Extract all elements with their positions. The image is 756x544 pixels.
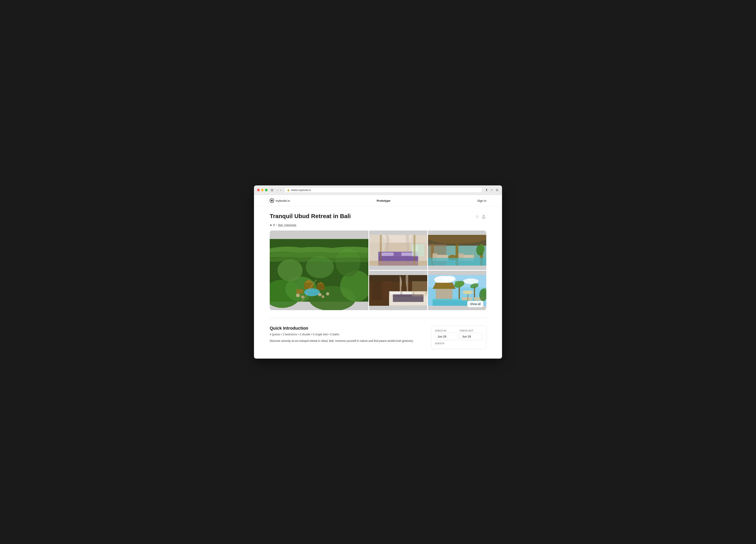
svg-rect-46 xyxy=(369,275,427,281)
svg-point-75 xyxy=(462,291,473,294)
svg-point-44 xyxy=(479,244,485,253)
traffic-light-maximize[interactable] xyxy=(265,189,268,191)
svg-point-63 xyxy=(463,279,479,284)
guests-label: GUESTS xyxy=(435,342,483,345)
svg-rect-24 xyxy=(381,252,394,256)
url-text: hotels.mybookr.io xyxy=(291,188,311,191)
browser-actions: ⬆ + ⧉ xyxy=(485,188,499,192)
forward-button[interactable]: › xyxy=(279,188,282,192)
site-nav: mybookr.io Prototype Sign in xyxy=(254,195,502,206)
intro-title: Quick Introduction xyxy=(270,326,415,331)
dot-separator: • xyxy=(276,223,277,226)
browser-icon-group: ⊞ xyxy=(270,188,274,192)
star-icon: ★ xyxy=(270,223,272,226)
favorite-button[interactable]: ♡ xyxy=(475,214,480,220)
guests-field[interactable]: GUESTS xyxy=(435,342,483,345)
svg-point-17 xyxy=(318,293,321,296)
sign-in-button[interactable]: Sign in xyxy=(477,199,486,202)
nav-center-label: Prototype xyxy=(290,199,477,202)
hotel-title: Tranquil Ubud Retreat in Bali xyxy=(270,213,351,219)
checkin-value[interactable]: Jun 28 xyxy=(435,333,458,340)
svg-rect-9 xyxy=(304,283,314,289)
traffic-lights xyxy=(257,189,268,191)
photo-canopy-bedroom[interactable] xyxy=(369,230,427,270)
photo-pool-villa[interactable]: Show all xyxy=(428,271,486,310)
svg-rect-42 xyxy=(428,258,486,265)
svg-rect-13 xyxy=(296,289,303,294)
svg-rect-58 xyxy=(412,281,427,297)
heart-share-icons: ♡ xyxy=(475,214,486,220)
date-row: CHECK-IN Jun 28 CHECK-OUT Jun 29 xyxy=(435,330,483,340)
location-link[interactable]: Bali, Indonesia xyxy=(278,223,296,226)
logo-text: mybookr.io xyxy=(276,199,290,202)
booking-widget-inner: CHECK-IN Jun 28 CHECK-OUT Jun 29 GUESTS xyxy=(431,326,486,349)
checkout-field[interactable]: CHECK-OUT Jun 29 xyxy=(460,330,483,340)
checkin-field[interactable]: CHECK-IN Jun 28 xyxy=(435,330,458,340)
browser-window: ⊞ ‹ › 🔒 hotels.mybookr.io ⬆ + ⧉ mybookr.… xyxy=(254,185,502,359)
tab-layout-icon[interactable]: ⊞ xyxy=(270,188,274,192)
share-button[interactable] xyxy=(481,214,486,220)
quick-intro-section: Quick Introduction 4 guests • 2 bedrooms… xyxy=(270,324,486,349)
logo[interactable]: mybookr.io xyxy=(270,198,290,203)
lock-icon: 🔒 xyxy=(287,189,290,191)
traffic-light-minimize[interactable] xyxy=(261,189,264,191)
checkout-value[interactable]: Jun 29 xyxy=(460,333,483,340)
checkin-label: CHECK-IN xyxy=(435,330,458,332)
logo-icon xyxy=(270,198,274,203)
intro-left: Quick Introduction 4 guests • 2 bedrooms… xyxy=(270,326,415,349)
svg-point-6 xyxy=(278,259,303,281)
share-button[interactable]: ⬆ xyxy=(485,188,489,192)
svg-rect-25 xyxy=(401,252,413,256)
photo-dark-bedroom[interactable] xyxy=(369,271,427,310)
svg-point-15 xyxy=(296,294,300,297)
browser-chrome: ⊞ ‹ › 🔒 hotels.mybookr.io ⬆ + ⧉ xyxy=(254,185,502,195)
tabs-button[interactable]: ⧉ xyxy=(495,188,499,192)
nav-buttons: ‹ › xyxy=(276,188,282,192)
svg-point-62 xyxy=(443,276,456,282)
svg-rect-30 xyxy=(369,261,427,265)
photo-grid: Show all xyxy=(270,230,486,310)
svg-rect-11 xyxy=(317,285,325,290)
svg-point-19 xyxy=(326,292,329,296)
rating-number: 5 xyxy=(273,223,275,226)
separator xyxy=(270,318,486,318)
main-content: Tranquil Ubud Retreat in Bali ♡ ★ 5 xyxy=(254,206,502,359)
svg-rect-48 xyxy=(372,281,381,300)
property-details: 4 guests • 2 bedrooms • 2 double • 0 sin… xyxy=(270,333,415,336)
svg-point-16 xyxy=(301,296,304,299)
booking-widget: CHECK-IN Jun 28 CHECK-OUT Jun 29 GUESTS xyxy=(431,326,486,349)
hotel-meta: ★ 5 • Bali, Indonesia xyxy=(270,223,486,226)
checkout-label: CHECK-OUT xyxy=(460,330,483,332)
svg-rect-72 xyxy=(462,297,473,301)
traffic-light-close[interactable] xyxy=(257,189,260,191)
back-button[interactable]: ‹ xyxy=(276,188,279,192)
svg-rect-56 xyxy=(402,292,413,295)
header-action-area: Tranquil Ubud Retreat in Bali ♡ xyxy=(270,213,486,221)
svg-point-18 xyxy=(321,295,324,298)
photo-main[interactable] xyxy=(270,230,368,310)
photo-outdoor-lounge[interactable] xyxy=(428,230,486,270)
address-bar[interactable]: 🔒 hotels.mybookr.io xyxy=(284,187,482,193)
new-tab-button[interactable]: + xyxy=(490,188,494,192)
show-all-button[interactable]: Show all xyxy=(467,301,484,308)
property-description: Discover serenity at our tranquil retrea… xyxy=(270,339,415,343)
svg-rect-55 xyxy=(390,292,400,295)
page-content: mybookr.io Prototype Sign in Tranquil Ub… xyxy=(254,195,502,359)
